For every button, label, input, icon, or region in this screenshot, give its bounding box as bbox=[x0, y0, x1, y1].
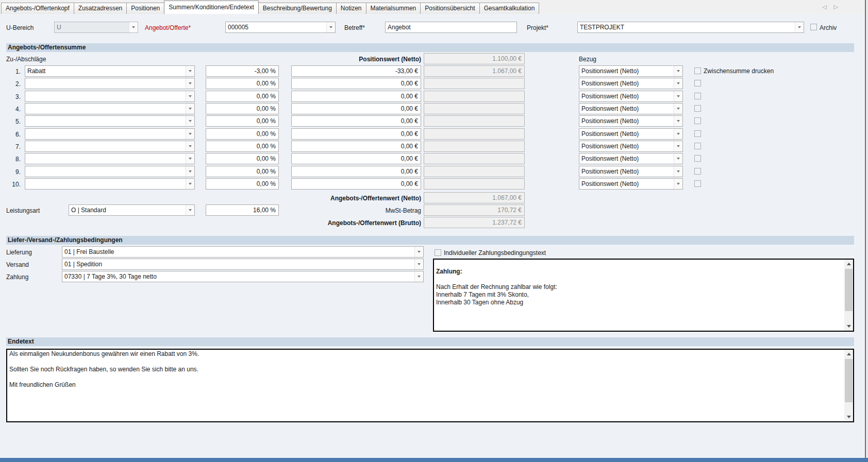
lieferung-select[interactable]: 01 | Frei Baustelle bbox=[62, 246, 424, 258]
abschlag-art-select[interactable] bbox=[25, 78, 195, 89]
prozent-input[interactable]: -3,00 % bbox=[206, 65, 279, 77]
chevron-down-icon[interactable] bbox=[186, 116, 194, 126]
prozent-input[interactable]: 0,00 % bbox=[206, 141, 279, 152]
chevron-down-icon[interactable] bbox=[674, 116, 682, 126]
abschlag-art-select[interactable] bbox=[25, 128, 195, 140]
tab-zusatzadressen[interactable]: Zusatzadressen bbox=[74, 3, 127, 14]
chevron-down-icon[interactable] bbox=[186, 153, 194, 164]
angebot-nummer-select[interactable]: 000005 bbox=[225, 22, 336, 33]
zwischensumme-checkbox[interactable] bbox=[694, 180, 701, 187]
betrag-input[interactable]: 0,00 € bbox=[291, 115, 421, 127]
projekt-select[interactable]: TESTPROJEKT bbox=[577, 22, 804, 33]
prozent-input[interactable]: 0,00 % bbox=[206, 103, 279, 114]
tab-summen-konditionen-endetext[interactable]: Summen/Konditionen/Endetext bbox=[164, 1, 258, 14]
tab-positionsuebersicht[interactable]: Positionsübersicht bbox=[420, 3, 479, 14]
chevron-down-icon[interactable] bbox=[414, 271, 423, 282]
zwischensumme-checkbox[interactable] bbox=[694, 80, 701, 87]
tab-notizen[interactable]: Notizen bbox=[336, 3, 366, 14]
scrollbar[interactable] bbox=[844, 350, 853, 421]
leistungsart-select[interactable]: O | Standard bbox=[69, 204, 195, 216]
scroll-up-icon[interactable] bbox=[844, 350, 853, 358]
bezug-select[interactable]: Positionswert (Netto) bbox=[579, 128, 683, 140]
betrag-input[interactable]: 0,00 € bbox=[291, 128, 421, 140]
abschlag-art-select[interactable] bbox=[25, 91, 195, 102]
bezug-select[interactable]: Positionswert (Netto) bbox=[579, 141, 683, 152]
scrollbar-thumb[interactable] bbox=[845, 269, 853, 311]
zwischensumme-checkbox[interactable] bbox=[694, 117, 701, 124]
prozent-input[interactable]: 0,00 % bbox=[206, 78, 279, 89]
tab-angebotskopf[interactable]: Angebots-/Offertenkopf bbox=[1, 3, 74, 14]
chevron-down-icon[interactable] bbox=[674, 129, 682, 139]
bezug-select[interactable]: Positionswert (Netto) bbox=[579, 65, 683, 77]
prozent-input[interactable]: 0,00 % bbox=[206, 166, 279, 177]
bezug-select[interactable]: Positionswert (Netto) bbox=[579, 153, 683, 164]
prozent-input[interactable]: 0,00 % bbox=[206, 128, 279, 140]
chevron-down-icon[interactable] bbox=[674, 66, 682, 76]
bezug-select[interactable]: Positionswert (Netto) bbox=[579, 115, 683, 127]
prozent-input[interactable]: 0,00 % bbox=[206, 178, 279, 190]
scroll-up-icon[interactable] bbox=[844, 260, 853, 268]
chevron-down-icon[interactable] bbox=[674, 141, 682, 151]
prozent-input[interactable]: 0,00 % bbox=[206, 91, 279, 102]
scrollbar[interactable] bbox=[844, 260, 853, 331]
chevron-down-icon[interactable] bbox=[674, 166, 682, 177]
betrag-input[interactable]: 0,00 € bbox=[291, 141, 421, 152]
scroll-down-icon[interactable] bbox=[844, 322, 853, 331]
bezug-select[interactable]: Positionswert (Netto) bbox=[579, 103, 683, 114]
chevron-down-icon[interactable] bbox=[674, 153, 682, 164]
chevron-down-icon[interactable] bbox=[186, 104, 194, 114]
abschlag-art-select[interactable] bbox=[25, 141, 195, 152]
abschlag-art-select[interactable]: Rabatt bbox=[25, 65, 195, 77]
tab-scroll-right-icon[interactable]: ▷ bbox=[834, 4, 845, 10]
chevron-down-icon[interactable] bbox=[674, 179, 682, 189]
zwischensumme-checkbox[interactable] bbox=[694, 93, 701, 99]
chevron-down-icon[interactable] bbox=[186, 205, 194, 215]
zwischensumme-checkbox[interactable] bbox=[694, 155, 701, 162]
prozent-input[interactable]: 0,00 % bbox=[206, 115, 279, 127]
betrag-input[interactable]: 0,00 € bbox=[291, 78, 421, 89]
tab-scroll-left-icon[interactable]: ◁ bbox=[822, 4, 833, 10]
abschlag-art-select[interactable] bbox=[25, 115, 195, 127]
zahlungsbedingungstext-textarea[interactable]: Zahlung: Nach Erhalt der Rechnung zahlba… bbox=[433, 259, 854, 332]
tab-gesamtkalkulation[interactable]: Gesamtkalkulation bbox=[479, 3, 540, 14]
zwischensumme-checkbox[interactable] bbox=[694, 130, 701, 137]
chevron-down-icon[interactable] bbox=[674, 91, 682, 101]
abschlag-art-select[interactable] bbox=[25, 103, 195, 114]
zwischensumme-checkbox[interactable] bbox=[694, 67, 701, 74]
tab-materialsummen[interactable]: Materialsummen bbox=[366, 3, 421, 14]
betreff-input[interactable]: Angebot bbox=[385, 22, 517, 33]
abschlag-art-select[interactable] bbox=[25, 178, 195, 190]
bezug-select[interactable]: Positionswert (Netto) bbox=[579, 178, 683, 190]
archiv-checkbox[interactable] bbox=[810, 24, 817, 30]
chevron-down-icon[interactable] bbox=[186, 166, 194, 177]
bezug-select[interactable]: Positionswert (Netto) bbox=[579, 166, 683, 177]
chevron-down-icon[interactable] bbox=[186, 179, 194, 189]
chevron-down-icon[interactable] bbox=[186, 129, 194, 139]
chevron-down-icon[interactable] bbox=[186, 91, 194, 101]
endetext-textarea[interactable]: Als einmaligen Neukundenbonus gewähren w… bbox=[6, 349, 854, 422]
abschlag-art-select[interactable] bbox=[25, 166, 195, 177]
zwischensumme-checkbox[interactable] bbox=[694, 143, 701, 149]
zahlung-select[interactable]: 07330 | 7 Tage 3%, 30 Tage netto bbox=[62, 271, 424, 282]
chevron-down-icon[interactable] bbox=[674, 104, 682, 114]
prozent-input[interactable]: 0,00 % bbox=[206, 153, 279, 164]
zwischensumme-checkbox[interactable] bbox=[694, 168, 701, 175]
chevron-down-icon[interactable] bbox=[326, 22, 335, 32]
chevron-down-icon[interactable] bbox=[186, 78, 194, 89]
betrag-input[interactable]: 0,00 € bbox=[291, 153, 421, 164]
chevron-down-icon[interactable] bbox=[186, 141, 194, 151]
tab-beschreibung-bewertung[interactable]: Beschreibung/Bewertung bbox=[258, 3, 337, 14]
bezug-select[interactable]: Positionswert (Netto) bbox=[579, 91, 683, 102]
chevron-down-icon[interactable] bbox=[186, 66, 194, 76]
chevron-down-icon[interactable] bbox=[414, 247, 423, 257]
betrag-input[interactable]: -33,00 € bbox=[291, 65, 421, 77]
individueller-zahlungstext-checkbox[interactable] bbox=[435, 249, 441, 256]
scrollbar-thumb[interactable] bbox=[845, 359, 853, 402]
chevron-down-icon[interactable] bbox=[414, 259, 423, 269]
chevron-down-icon[interactable] bbox=[674, 78, 682, 89]
tab-positionen[interactable]: Positionen bbox=[126, 3, 164, 14]
abschlag-art-select[interactable] bbox=[25, 153, 195, 164]
zwischensumme-checkbox[interactable] bbox=[694, 105, 701, 112]
betrag-input[interactable]: 0,00 € bbox=[291, 103, 421, 114]
betrag-input[interactable]: 0,00 € bbox=[291, 91, 421, 102]
